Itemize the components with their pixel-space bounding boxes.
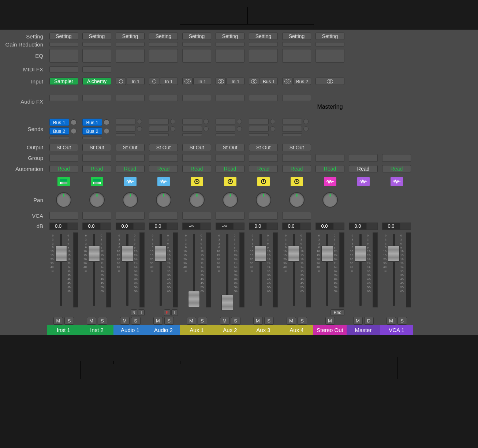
db-value[interactable]: -∞	[182, 223, 200, 230]
group-slot[interactable]	[315, 154, 344, 162]
mute-button[interactable]: M	[325, 317, 335, 325]
db-value[interactable]: 0.0	[116, 223, 134, 230]
volume-fader[interactable]	[188, 291, 200, 307]
setting-button[interactable]: Setting	[82, 33, 111, 40]
track-type-icon[interactable]	[157, 177, 170, 186]
eq-slot[interactable]	[182, 49, 211, 63]
group-slot[interactable]	[382, 154, 411, 162]
mute-button[interactable]: M	[53, 317, 63, 325]
output-selector[interactable]: St Out	[116, 144, 145, 151]
volume-fader[interactable]	[355, 246, 366, 262]
send-slot-empty[interactable]	[182, 126, 209, 132]
group-slot[interactable]	[116, 154, 145, 162]
pan-knob[interactable]	[156, 192, 171, 208]
send-level-knob[interactable]	[71, 119, 76, 125]
track-type-icon[interactable]	[124, 177, 137, 186]
solo-button[interactable]: S	[198, 317, 207, 325]
output-selector[interactable]: St Out	[282, 144, 311, 151]
mute-button[interactable]: M	[386, 317, 396, 325]
setting-button[interactable]: Setting	[216, 33, 244, 40]
output-selector[interactable]: St Out	[149, 144, 178, 151]
send-slot[interactable]: Bus 1	[82, 119, 102, 126]
vca-slot[interactable]	[282, 212, 311, 220]
send-slot-empty[interactable]	[149, 119, 175, 124]
volume-fader[interactable]	[255, 246, 266, 262]
track-name[interactable]: Inst 1	[47, 325, 80, 335]
output-selector[interactable]: St Out	[249, 144, 278, 151]
track-type-icon[interactable]	[357, 177, 370, 186]
audio-fx-slot[interactable]	[149, 95, 178, 101]
eq-slot[interactable]	[82, 49, 111, 63]
instrument-input[interactable]: Sampler	[49, 78, 78, 85]
group-slot[interactable]	[349, 154, 378, 162]
send-slot[interactable]: Bus 2	[82, 127, 102, 135]
track-type-icon[interactable]	[324, 177, 336, 186]
audio-fx-slot[interactable]	[216, 95, 244, 101]
eq-slot[interactable]	[49, 49, 78, 63]
db-value[interactable]: 0.0	[82, 223, 100, 230]
audio-fx-slot[interactable]	[182, 95, 211, 101]
db-value[interactable]: -∞	[216, 223, 234, 230]
setting-button[interactable]: Setting	[182, 33, 211, 40]
volume-fader[interactable]	[288, 246, 300, 262]
track-name[interactable]: Aux 4	[280, 325, 313, 335]
send-slot-empty[interactable]	[182, 119, 209, 124]
automation-mode[interactable]: Read	[49, 165, 78, 172]
volume-fader[interactable]	[388, 246, 400, 262]
send-slot-empty[interactable]	[282, 119, 309, 124]
group-slot[interactable]	[282, 154, 311, 162]
db-value[interactable]: 0.0	[49, 223, 67, 230]
dim-button[interactable]: D	[364, 317, 374, 325]
pan-knob[interactable]	[322, 192, 338, 208]
setting-button[interactable]: Setting	[116, 33, 145, 40]
db-value[interactable]: 0.0	[149, 223, 167, 230]
mute-button[interactable]: M	[120, 317, 130, 325]
send-slot-empty[interactable]	[116, 119, 142, 124]
automation-mode[interactable]: Read	[382, 165, 411, 172]
input-selector[interactable]: In 1	[116, 78, 145, 85]
send-slot-empty[interactable]	[249, 119, 275, 124]
pan-knob[interactable]	[56, 192, 71, 208]
track-type-icon[interactable]	[91, 177, 103, 186]
midi-fx-slot[interactable]	[82, 66, 111, 72]
output-selector[interactable]: St Out	[82, 144, 111, 151]
track-type-icon[interactable]	[224, 177, 236, 186]
record-enable-button[interactable]: R	[131, 309, 137, 316]
record-enable-button[interactable]: R	[164, 309, 171, 316]
db-value[interactable]: 0.0	[249, 223, 267, 230]
group-slot[interactable]	[149, 154, 178, 162]
setting-button[interactable]: Setting	[49, 33, 78, 40]
send-level-knob[interactable]	[71, 128, 76, 134]
solo-button[interactable]: S	[64, 317, 74, 325]
send-level-knob[interactable]	[104, 119, 109, 125]
setting-button[interactable]: Setting	[149, 33, 178, 40]
automation-mode[interactable]: Read	[182, 165, 211, 172]
volume-fader[interactable]	[88, 246, 100, 262]
db-value[interactable]: 0.0	[382, 223, 400, 230]
automation-mode[interactable]: Read	[149, 165, 178, 172]
vca-slot[interactable]	[149, 212, 178, 220]
eq-slot[interactable]	[216, 49, 244, 63]
send-slot[interactable]: Bus 1	[49, 119, 69, 126]
pan-knob[interactable]	[223, 192, 238, 208]
mute-button[interactable]: M	[287, 317, 296, 325]
mute-button[interactable]: M	[220, 317, 229, 325]
input-selector[interactable]: In 1	[149, 78, 178, 85]
input-monitor-button[interactable]: I	[138, 309, 145, 316]
vca-slot[interactable]	[182, 212, 211, 220]
automation-mode[interactable]: Read	[116, 165, 145, 172]
vca-slot[interactable]	[116, 212, 145, 220]
group-slot[interactable]	[82, 154, 111, 162]
volume-fader[interactable]	[221, 295, 233, 311]
vca-slot[interactable]	[249, 212, 278, 220]
send-slot-empty[interactable]	[149, 126, 175, 132]
volume-fader[interactable]	[155, 246, 167, 262]
track-name[interactable]: Inst 2	[80, 325, 113, 335]
automation-mode[interactable]: Read	[82, 165, 111, 172]
mute-button[interactable]: M	[253, 317, 263, 325]
track-name[interactable]: Stereo Out	[313, 325, 347, 335]
eq-slot[interactable]	[149, 49, 178, 63]
volume-fader[interactable]	[321, 246, 333, 262]
send-slot-empty[interactable]	[282, 126, 309, 132]
mute-button[interactable]: M	[353, 317, 363, 325]
